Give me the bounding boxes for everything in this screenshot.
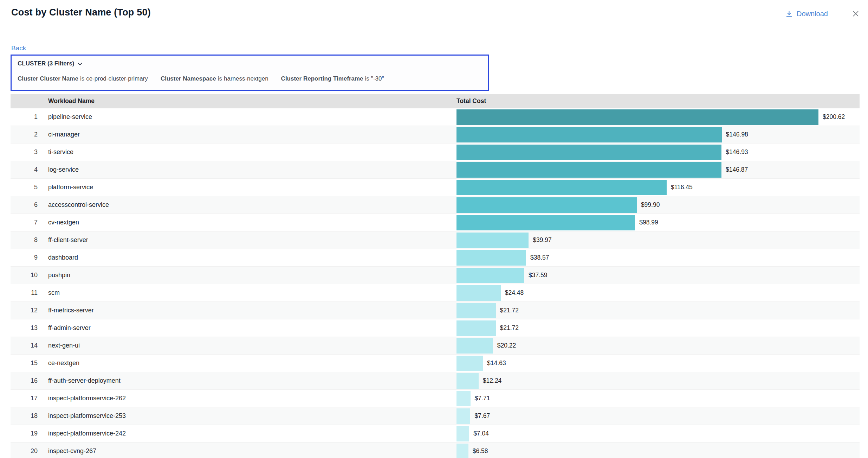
workload-name: pushpin	[42, 267, 451, 284]
workload-name: inspect-cvng-267	[42, 443, 451, 458]
workload-name: next-gen-ui	[42, 337, 451, 354]
workload-name: ff-admin-server	[42, 319, 451, 337]
filter-conditions: Cluster Cluster Name is ce-prod-cluster-…	[18, 75, 482, 82]
cost-value-label: $39.97	[533, 236, 552, 244]
cost-value-label: $146.98	[726, 131, 748, 138]
table-row: 7cv-nextgen$98.99	[11, 214, 860, 231]
workload-name: platform-service	[42, 179, 451, 196]
page-title: Cost by Cluster Name (Top 50)	[11, 7, 151, 18]
row-rank: 10	[11, 267, 42, 284]
total-cost-cell: $146.87	[451, 161, 860, 178]
filter-field: Cluster Namespace	[161, 75, 216, 82]
cost-value-label: $14.63	[487, 360, 506, 367]
workload-name: ti-service	[42, 144, 451, 161]
cost-bar	[456, 109, 818, 125]
close-button[interactable]	[850, 8, 861, 19]
filter-field: Cluster Reporting Timeframe	[281, 75, 363, 82]
filter-box: CLUSTER (3 Filters) Cluster Cluster Name…	[11, 55, 489, 91]
table-row: 19inspect-platformservice-242$7.04	[11, 425, 860, 443]
row-rank: 12	[11, 302, 42, 319]
table-row: 13ff-admin-server$21.72	[11, 319, 860, 337]
total-cost-cell: $6.58	[451, 443, 860, 458]
table-row: 15ce-nextgen$14.63	[11, 355, 860, 372]
workload-name: pipeline-service	[42, 108, 451, 126]
row-rank: 19	[11, 425, 42, 442]
cost-bar	[456, 162, 721, 178]
total-cost-cell: $116.45	[451, 179, 860, 196]
total-cost-cell: $37.59	[451, 267, 860, 284]
cost-bar	[456, 338, 493, 354]
filter-group-toggle[interactable]: CLUSTER (3 Filters)	[18, 60, 82, 67]
cost-bar	[456, 233, 529, 248]
cost-value-label: $99.90	[641, 201, 660, 209]
table-row: 1pipeline-service$200.62	[11, 108, 860, 126]
cost-bar	[456, 145, 721, 160]
cost-bar	[456, 215, 635, 230]
cost-value-label: $38.57	[530, 254, 549, 261]
total-cost-cell: $98.99	[451, 214, 860, 231]
total-cost-cell: $14.63	[451, 355, 860, 372]
workload-name: ff-auth-server-deployment	[42, 372, 451, 389]
total-cost-cell: $24.48	[451, 284, 860, 301]
total-cost-cell: $99.90	[451, 196, 860, 214]
table-row: 12ff-metrics-server$21.72	[11, 302, 860, 319]
total-cost-cell: $200.62	[451, 108, 860, 126]
download-button[interactable]: Download	[783, 9, 830, 18]
cost-bar	[456, 268, 524, 283]
row-rank: 6	[11, 196, 42, 214]
row-rank: 8	[11, 231, 42, 249]
cost-value-label: $7.71	[475, 395, 490, 402]
workload-name: ff-client-server	[42, 231, 451, 249]
filter-operator: is	[80, 75, 84, 82]
cost-bar	[456, 127, 722, 142]
row-rank: 18	[11, 407, 42, 425]
cost-bar	[456, 373, 479, 389]
workload-name: dashboard	[42, 249, 451, 266]
cost-value-label: $6.58	[473, 447, 488, 455]
cost-bar	[456, 426, 469, 441]
cost-value-label: $24.48	[505, 289, 524, 297]
cost-value-label: $7.67	[474, 412, 490, 420]
cost-bar	[456, 320, 496, 336]
chevron-down-icon	[78, 63, 82, 66]
column-header-rank	[11, 94, 42, 108]
cost-value-label: $21.72	[500, 324, 519, 332]
cost-value-label: $146.93	[726, 148, 748, 156]
filter-value: "-30"	[371, 75, 384, 82]
row-rank: 17	[11, 390, 42, 407]
column-header-total-cost: Total Cost	[451, 94, 860, 108]
row-rank: 13	[11, 319, 42, 337]
table-row: 10pushpin$37.59	[11, 267, 860, 284]
table-row: 8ff-client-server$39.97	[11, 231, 860, 249]
table-row: 11scm$24.48	[11, 284, 860, 302]
total-cost-cell: $21.72	[451, 319, 860, 337]
workload-name: inspect-platformservice-262	[42, 390, 451, 407]
table-row: 5platform-service$116.45	[11, 179, 860, 196]
cost-value-label: $12.24	[483, 377, 502, 384]
workload-name: ce-nextgen	[42, 355, 451, 372]
total-cost-cell: $146.93	[451, 144, 860, 161]
filter-value: harness-nextgen	[224, 75, 268, 82]
table-row: 9dashboard$38.57	[11, 249, 860, 267]
download-label: Download	[797, 10, 828, 18]
total-cost-cell: $12.24	[451, 372, 860, 389]
row-rank: 20	[11, 443, 42, 458]
cost-bar	[456, 444, 468, 458]
workload-name: inspect-platformservice-242	[42, 425, 451, 442]
total-cost-cell: $38.57	[451, 249, 860, 266]
row-rank: 9	[11, 249, 42, 266]
table-header: Workload Name Total Cost	[11, 94, 860, 108]
filter-condition: Cluster Reporting Timeframe is "-30"	[281, 75, 384, 82]
back-link[interactable]: Back	[11, 44, 26, 52]
table-row: 2ci-manager$146.98	[11, 126, 860, 144]
total-cost-cell: $7.67	[451, 407, 860, 425]
row-rank: 1	[11, 108, 42, 126]
cost-bar	[456, 356, 483, 371]
workload-name: inspect-platformservice-253	[42, 407, 451, 425]
row-rank: 16	[11, 372, 42, 389]
cost-value-label: $98.99	[639, 219, 658, 226]
cost-bar	[456, 285, 501, 301]
filter-group-label: CLUSTER (3 Filters)	[18, 60, 75, 67]
row-rank: 4	[11, 161, 42, 178]
cost-bar	[456, 180, 667, 195]
